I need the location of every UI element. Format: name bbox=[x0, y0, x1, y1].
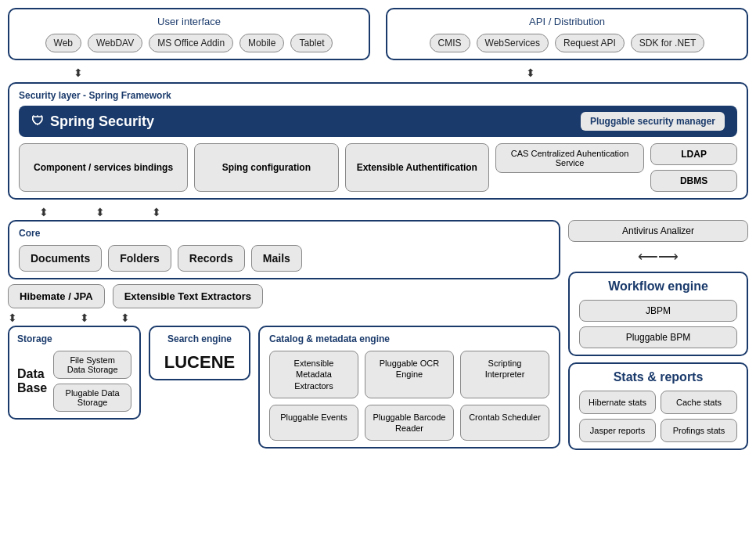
arrow-core-1: ⬍ bbox=[39, 206, 49, 218]
core-records: Records bbox=[178, 245, 245, 272]
component-services-bindings: Component / services bindings bbox=[19, 143, 188, 192]
workflow-engine-title: Workflow engine bbox=[579, 279, 737, 294]
storage-filesystem: File System Data Storage bbox=[53, 351, 131, 379]
tag-webservices: WebServices bbox=[477, 34, 549, 52]
spring-security-title: 🛡 Spring Security bbox=[31, 113, 154, 130]
stats-cache: Cache stats bbox=[661, 391, 737, 414]
arrow-core-2: ⬍ bbox=[95, 206, 105, 218]
left-arrow-icon: ⟵ bbox=[638, 248, 658, 265]
storage-content: DataBase File System Data Storage Plugab… bbox=[17, 351, 131, 412]
core-folders: Folders bbox=[108, 245, 171, 272]
arrow-catalog: ⬍ bbox=[121, 312, 130, 324]
stats-profings: Profings stats bbox=[661, 419, 737, 442]
main-layout: Core Documents Folders Records Mails Hib… bbox=[8, 220, 748, 450]
tag-web: Web bbox=[45, 34, 81, 52]
arrow-row-2: ⬍ ⬍ ⬍ bbox=[39, 206, 748, 218]
tag-mobile: Mobile bbox=[239, 34, 284, 52]
tag-webdav: WebDAV bbox=[88, 34, 142, 52]
ldap-item: LDAP bbox=[650, 143, 737, 165]
catalog-engine-title: Catalog & metadata engine bbox=[269, 333, 549, 344]
user-interface-items: Web WebDAV MS Office Addin Mobile Tablet bbox=[19, 34, 359, 52]
core-section: Core Documents Folders Records Mails bbox=[8, 220, 560, 279]
workflow-pluggable-bpm: Pluggable BPM bbox=[579, 326, 737, 348]
spring-security-label: Spring Security bbox=[50, 113, 154, 130]
catalog-pluggable-events: Pluggable Events bbox=[269, 405, 358, 441]
right-column: Antivirus Analizer ⟵ ⟶ Workflow engine J… bbox=[568, 220, 748, 450]
stats-reports-box: Stats & reports Hibernate stats Cache st… bbox=[568, 362, 748, 450]
api-distribution-items: CMIS WebServices Request API SDK for .NE… bbox=[397, 34, 737, 52]
arrow-down-2: ⬍ bbox=[526, 67, 535, 79]
antivirus-box: Antivirus Analizer bbox=[568, 220, 748, 242]
catalog-grid: Extensible Metadata Extractors Pluggable… bbox=[269, 351, 549, 441]
storage-subitems: File System Data Storage Plugable Data S… bbox=[53, 351, 131, 412]
user-interface-box: User interface Web WebDAV MS Office Addi… bbox=[8, 8, 370, 60]
cas-group: CAS Centralized Auhentication Service bbox=[495, 143, 644, 192]
workflow-jbpm: JBPM bbox=[579, 300, 737, 322]
pluggable-badge: Pluggable security manager bbox=[581, 112, 725, 131]
ldap-dbms-group: LDAP DBMS bbox=[650, 143, 737, 192]
core-mails: Mails bbox=[251, 245, 302, 272]
tag-sdkdotnet: SDK for .NET bbox=[631, 34, 705, 52]
core-documents: Documents bbox=[19, 245, 102, 272]
catalog-scripting-interpreter: Scripting Interpreter bbox=[460, 351, 549, 398]
h-arrow-antivirus: ⟵ ⟶ bbox=[568, 248, 748, 265]
tag-msoffice: MS Office Addin bbox=[149, 34, 233, 52]
extractors-row: Hibemate / JPA Extensible Text Extractor… bbox=[8, 284, 560, 308]
stats-reports-title: Stats & reports bbox=[579, 370, 737, 384]
workflow-engine-box: Workflow engine JBPM Pluggable BPM bbox=[568, 272, 748, 356]
arrow-core-3: ⬍ bbox=[152, 206, 161, 218]
arrow-row-1: ⬍ ⬍ bbox=[8, 67, 748, 79]
tag-cmis: CMIS bbox=[430, 34, 470, 52]
catalog-crontab-scheduler: Crontab Scheduler bbox=[460, 405, 549, 441]
security-layer: Security layer - Spring Framework 🛡 Spri… bbox=[8, 82, 748, 200]
core-items: Documents Folders Records Mails bbox=[19, 245, 549, 272]
hibernate-jpa: Hibemate / JPA bbox=[8, 284, 105, 308]
extensible-text-extractors: Extensible Text Extractors bbox=[113, 284, 263, 308]
diagram-container: User interface Web WebDAV MS Office Addi… bbox=[8, 8, 748, 450]
security-layer-title: Security layer - Spring Framework bbox=[19, 90, 737, 101]
bottom-section: Storage DataBase File System Data Storag… bbox=[8, 326, 560, 449]
arrow-down-1: ⬍ bbox=[74, 67, 83, 79]
stats-hibernate: Hibernate stats bbox=[579, 391, 656, 414]
lucene-label: LUCENE bbox=[158, 352, 241, 373]
catalog-ocr-engine: Pluggable OCR Engine bbox=[365, 351, 454, 398]
stats-jasper: Jasper reports bbox=[579, 419, 656, 442]
database-label: DataBase bbox=[17, 367, 47, 394]
catalog-metadata-extractors: Extensible Metadata Extractors bbox=[269, 351, 358, 398]
cas-centralized: CAS Centralized Auhentication Service bbox=[495, 143, 644, 173]
storage-box: Storage DataBase File System Data Storag… bbox=[8, 326, 141, 420]
user-interface-title: User interface bbox=[19, 16, 359, 27]
right-arrow-icon: ⟶ bbox=[658, 248, 679, 265]
stats-grid: Hibernate stats Cache stats Jasper repor… bbox=[579, 391, 737, 442]
tag-requestapi: Request API bbox=[555, 34, 625, 52]
arrow-row-3: ⬍ ⬍ ⬍ bbox=[8, 312, 560, 324]
arrow-search: ⬍ bbox=[80, 312, 89, 324]
api-distribution-title: API / Distribution bbox=[397, 16, 737, 27]
api-distribution-box: API / Distribution CMIS WebServices Requ… bbox=[386, 8, 748, 60]
core-title: Core bbox=[19, 228, 549, 239]
catalog-engine-box: Catalog & metadata engine Extensible Met… bbox=[258, 326, 560, 449]
extensible-authentification: Extensible Authentification bbox=[345, 143, 489, 192]
core-box: Core Documents Folders Records Mails bbox=[8, 220, 560, 279]
arrow-storage: ⬍ bbox=[8, 312, 17, 324]
sping-configuration: Sping configuration bbox=[194, 143, 338, 192]
workflow-items: JBPM Pluggable BPM bbox=[579, 300, 737, 348]
search-engine-title: Search engine bbox=[158, 333, 241, 344]
catalog-barcode-reader: Pluggable Barcode Reader bbox=[365, 405, 454, 441]
shield-icon: 🛡 bbox=[31, 114, 44, 128]
tag-tablet: Tablet bbox=[290, 34, 333, 52]
search-engine-box: Search engine LUCENE bbox=[149, 326, 250, 380]
dbms-item: DBMS bbox=[650, 170, 737, 192]
security-components: Component / services bindings Sping conf… bbox=[19, 143, 737, 192]
storage-title: Storage bbox=[17, 333, 131, 344]
storage-plugable: Plugable Data Storage bbox=[53, 384, 131, 412]
top-row: User interface Web WebDAV MS Office Addi… bbox=[8, 8, 748, 60]
spring-security-bar: 🛡 Spring Security Pluggable security man… bbox=[19, 106, 737, 137]
left-main: Core Documents Folders Records Mails Hib… bbox=[8, 220, 560, 450]
